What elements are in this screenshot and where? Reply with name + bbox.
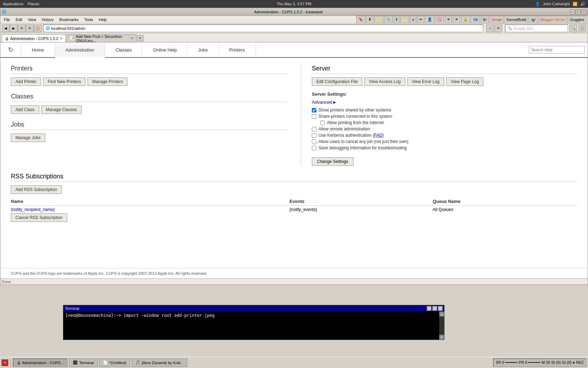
toolbar-btn-9[interactable]: 👤 [425,16,434,23]
tab-close-2[interactable]: ✕ [131,36,133,40]
view-page-log-button[interactable]: View Page Log [446,77,484,86]
toolbar-btn-8[interactable]: ✏ [417,16,425,23]
checkbox-share-connected: Share printers connected to this system [312,114,577,119]
toolbar-btn-11[interactable]: ✕ [445,16,452,23]
taskbar-sep-1 [10,359,11,367]
nav-buttons: ◀ ▶ ✕ ↻ 🏠 [2,25,42,32]
menu-edit[interactable]: Edit [14,17,24,22]
toolbar-btn-4[interactable]: 📎 [384,16,393,23]
manage-printers-button[interactable]: Manage Printers [88,77,127,86]
menu-history[interactable]: History [40,17,56,22]
add-rss-subscription-button[interactable]: Add RSS Subscription [11,185,62,194]
toolbar-btn-vb[interactable]: VB [471,16,480,23]
maximize-button[interactable]: □ [576,9,581,14]
menu-file[interactable]: File [2,17,12,22]
terminal-minimize[interactable]: ─ [427,306,432,311]
nav-home[interactable]: Home [21,42,55,57]
checkbox-debug-info-input[interactable] [312,146,316,150]
server-title: Server [312,65,577,74]
toolbar-kernelbuild[interactable]: KernelBuild [504,16,528,23]
forward-button[interactable]: ▶ [10,25,18,32]
cups-logo: ↻ [0,42,21,57]
close-button[interactable]: ✕ [581,9,586,14]
menu-tools[interactable]: Tools [82,17,96,22]
toolbar-btn-13[interactable]: 🔒 [461,16,470,23]
toolbar-btn-gmail[interactable]: Gmail [489,16,504,23]
scroll-down-button[interactable]: ▼ [439,335,444,340]
stop-button[interactable]: ✕ [18,25,26,32]
toolbar-btn-5[interactable]: ℹ [394,16,399,23]
search-button[interactable]: 🔍 [569,25,577,32]
change-settings-button[interactable]: Change Settings [312,157,354,166]
tab-close-1[interactable]: ✕ [60,36,63,40]
terminal-body[interactable]: [neo@deusexmachina]:~> import -window ro… [63,312,444,340]
menu-bookmarks[interactable]: Bookmarks [57,17,81,22]
back-button[interactable]: ◀ [2,25,9,32]
toolbar-blogger[interactable]: Blogger Home [538,16,567,23]
view-error-log-button[interactable]: View Error Log [407,77,444,86]
taskbar-item-cups[interactable]: 🖨 Administration - CUPS... [13,359,68,367]
terminal-maximize[interactable]: □ [432,306,437,311]
os-places-menu[interactable]: Places [28,2,39,6]
new-tab-button[interactable]: + [137,35,144,41]
toolbar-btn-1[interactable]: 🔖 [356,16,365,23]
checkbox-cancel-jobs-input[interactable] [312,139,316,144]
nav-administration[interactable]: Administration [55,42,105,58]
checkbox-allow-internet-input[interactable] [320,121,325,125]
reload-button[interactable]: ↻ [26,25,34,32]
checkbox-remote-admin-input[interactable] [312,127,316,131]
manage-jobs-button[interactable]: Manage Jobs [11,134,45,142]
view-access-log-button[interactable]: View Access Log [364,77,405,86]
checkbox-kerberos-input[interactable] [312,133,316,138]
toolbar-btn-10[interactable]: 🚫 [435,16,444,23]
content-grid: Printers Add Printer Find New Printers M… [11,65,577,166]
toolbar-btn-2[interactable]: ⬇ [366,16,373,23]
nav-classes[interactable]: Classes [105,42,142,57]
menu-help[interactable]: Help [97,17,109,22]
os-apps-menu[interactable]: Applications [3,2,23,6]
search-bar[interactable]: 🔍 Google SSL [505,25,568,32]
refresh-button[interactable]: ↻ [495,25,502,32]
address-bar[interactable]: 🌐 localhost:631/admin [43,25,483,32]
minimize-button[interactable]: ─ [570,9,575,14]
tab-administration[interactable]: 🖨 Administration - CUPS 1.5.2 ✕ [2,34,66,42]
toolbar-btn-12[interactable]: ✕ [453,16,460,23]
toolbar-btn-b[interactable]: B/ [481,16,489,23]
find-new-printers-button[interactable]: Find New Printers [43,77,85,86]
checkbox-show-shared-input[interactable] [312,108,316,113]
checkbox-share-connected-input[interactable] [312,114,316,119]
taskbar-logo[interactable]: ✕ [1,359,8,366]
nav-online-help[interactable]: Online Help [142,42,188,57]
toolbar-goggles[interactable]: Goggles [568,16,586,23]
nav-printers[interactable]: Printers [219,42,256,57]
search-help-input[interactable] [529,46,585,54]
taskbar-item-untitled[interactable]: 📄 *(Untitled) [99,359,130,367]
taskbar-item-aero[interactable]: 🎵 [Aero Dynamik by Kraf... [132,359,187,367]
faq-link[interactable]: FAQ [374,133,383,138]
toolbar-btn-7[interactable]: ≡ [410,16,416,23]
star-button[interactable]: ☆ [486,25,494,32]
tab-favicon-2: 📝 [70,36,75,41]
advanced-link[interactable]: Advanced ▶ [312,100,577,105]
toolbar-btn-3[interactable]: ⭐ [374,16,383,23]
nav-jobs[interactable]: Jobs [188,42,218,57]
toolbar-btn-6[interactable]: 📁 [400,16,409,23]
jobs-title: Jobs [11,121,287,130]
cancel-rss-button[interactable]: Cancel RSS Subscription [11,213,67,222]
taskbar-item-terminal[interactable]: ⬛ Terminal [69,359,98,367]
menu-view[interactable]: View [26,17,38,22]
add-class-button[interactable]: Add Class [11,105,39,114]
edit-config-button[interactable]: Edit Configuration File [312,77,362,86]
terminal-close[interactable]: ✕ [438,306,443,311]
rss-name-link[interactable]: {notify_recipient_name} [11,207,55,212]
toolbar-g[interactable]: /g/ [529,16,537,23]
home-button[interactable]: 🏠 [34,25,42,32]
server-buttons: Edit Configuration File View Access Log … [312,77,577,86]
printers-buttons: Add Printer Find New Printers Manage Pri… [11,77,287,86]
add-printer-button[interactable]: Add Printer [11,77,41,86]
tab-post[interactable]: 📝 Add New Post « Securitron GNU/Linu... … [66,34,136,42]
manage-classes-button[interactable]: Manage Classes [41,105,82,114]
checkbox-show-shared: Show printers shared by other systems [312,108,577,113]
scroll-up-button[interactable]: ▲ [439,312,444,316]
profile-button[interactable]: 🏠 [579,25,586,32]
